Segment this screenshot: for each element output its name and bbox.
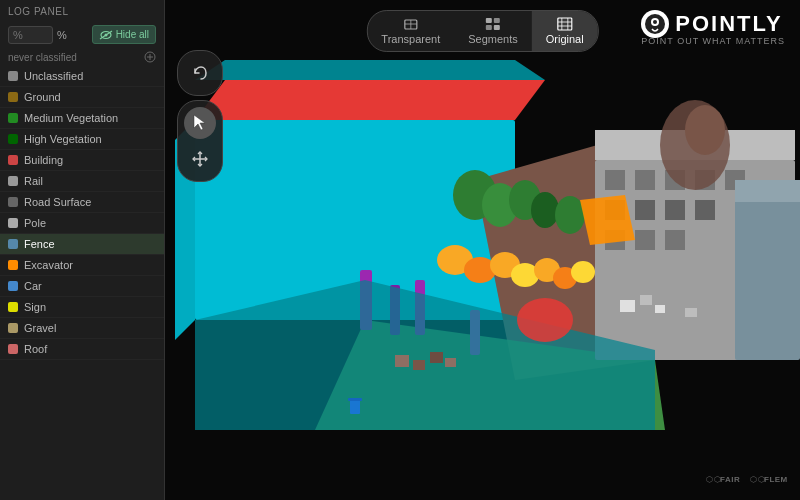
panel-controls: % Hide all xyxy=(0,21,164,48)
segments-view-button[interactable]: Segments xyxy=(454,11,532,51)
category-color-high-veg xyxy=(8,134,18,144)
opacity-input[interactable] xyxy=(8,26,53,44)
cursor-icon xyxy=(192,114,208,132)
category-item-road-surface[interactable]: Road Surface xyxy=(0,192,164,213)
svg-rect-57 xyxy=(445,358,456,367)
navigation-tools xyxy=(177,50,223,96)
logo-icon xyxy=(641,10,669,38)
svg-rect-47 xyxy=(620,300,635,312)
partner-logos: ⬡⬡ FAIR ⬡⬡ FLEM xyxy=(706,470,790,490)
category-list: UnclassifiedGroundMedium VegetationHigh … xyxy=(0,66,164,500)
category-color-excavator xyxy=(8,260,18,270)
svg-point-37 xyxy=(571,261,595,283)
undo-button[interactable] xyxy=(184,57,216,89)
segments-icon xyxy=(485,17,501,31)
filter-row: never classified xyxy=(0,48,164,66)
category-color-pole xyxy=(8,218,18,228)
svg-rect-49 xyxy=(655,305,665,313)
svg-text:⬡⬡: ⬡⬡ xyxy=(750,475,765,484)
category-item-fence[interactable]: Fence xyxy=(0,234,164,255)
svg-rect-66 xyxy=(486,25,492,30)
filter-label: never classified xyxy=(8,52,140,63)
filter-icon xyxy=(144,51,156,63)
svg-rect-65 xyxy=(494,18,500,23)
category-color-building xyxy=(8,155,18,165)
category-name-ground: Ground xyxy=(24,91,156,103)
transparent-icon xyxy=(403,17,419,31)
svg-rect-48 xyxy=(640,295,652,305)
category-name-gravel: Gravel xyxy=(24,322,156,334)
svg-point-29 xyxy=(531,192,559,228)
select-button[interactable] xyxy=(184,107,216,139)
svg-point-46 xyxy=(685,105,725,155)
move-button[interactable] xyxy=(184,143,216,175)
category-color-ground xyxy=(8,92,18,102)
svg-point-78 xyxy=(653,20,657,24)
hide-all-label: Hide all xyxy=(116,29,149,40)
original-view-button[interactable]: Original xyxy=(532,11,598,51)
category-color-car xyxy=(8,281,18,291)
category-color-road-surface xyxy=(8,197,18,207)
svg-rect-60 xyxy=(735,180,800,202)
svg-text:⬡⬡: ⬡⬡ xyxy=(706,475,721,484)
logo-name: POINTLY xyxy=(675,11,782,37)
svg-rect-51 xyxy=(685,308,697,317)
category-item-excavator[interactable]: Excavator xyxy=(0,255,164,276)
category-color-rail xyxy=(8,176,18,186)
category-item-medium-veg[interactable]: Medium Vegetation xyxy=(0,108,164,129)
category-item-unclassified[interactable]: Unclassified xyxy=(0,66,164,87)
category-name-roof: Roof xyxy=(24,343,156,355)
hide-all-button[interactable]: Hide all xyxy=(92,25,156,44)
category-name-unclassified: Unclassified xyxy=(24,70,156,82)
move-icon xyxy=(191,150,209,168)
category-item-sign[interactable]: Sign xyxy=(0,297,164,318)
svg-rect-53 xyxy=(348,398,362,401)
category-name-sign: Sign xyxy=(24,301,156,313)
category-name-road-surface: Road Surface xyxy=(24,196,156,208)
svg-text:FAIR: FAIR xyxy=(720,475,740,484)
logo: POINTLY POINT OUT WHAT MATTERS xyxy=(641,10,785,46)
svg-rect-52 xyxy=(350,400,360,414)
selection-tools xyxy=(177,100,223,182)
svg-point-44 xyxy=(517,298,573,342)
pct-label: % xyxy=(57,29,67,41)
category-name-rail: Rail xyxy=(24,175,156,187)
category-name-pole: Pole xyxy=(24,217,156,229)
category-color-medium-veg xyxy=(8,113,18,123)
category-color-roof xyxy=(8,344,18,354)
partner-flem: ⬡⬡ FLEM xyxy=(750,470,790,490)
svg-rect-22 xyxy=(695,200,715,220)
category-item-pole[interactable]: Pole xyxy=(0,213,164,234)
category-item-high-veg[interactable]: High Vegetation xyxy=(0,129,164,150)
svg-rect-55 xyxy=(413,360,425,370)
category-color-fence xyxy=(8,239,18,249)
scene-visualization xyxy=(165,0,800,500)
segments-label: Segments xyxy=(468,33,518,45)
category-item-roof[interactable]: Roof xyxy=(0,339,164,360)
category-item-gravel[interactable]: Gravel xyxy=(0,318,164,339)
transparent-label: Transparent xyxy=(381,33,440,45)
category-name-high-veg: High Vegetation xyxy=(24,133,156,145)
category-item-car[interactable]: Car xyxy=(0,276,164,297)
transparent-view-button[interactable]: Transparent xyxy=(367,11,454,51)
category-color-unclassified xyxy=(8,71,18,81)
category-item-building[interactable]: Building xyxy=(0,150,164,171)
main-viewport: Transparent Segments Original xyxy=(165,0,800,500)
left-panel: LOG PANEL % Hide all never classified Un… xyxy=(0,0,165,500)
svg-rect-50 xyxy=(670,298,684,309)
category-color-sign xyxy=(8,302,18,312)
category-color-gravel xyxy=(8,323,18,333)
svg-line-2 xyxy=(100,31,112,39)
svg-rect-15 xyxy=(635,170,655,190)
category-name-excavator: Excavator xyxy=(24,259,156,271)
svg-rect-67 xyxy=(494,25,500,30)
category-item-ground[interactable]: Ground xyxy=(0,87,164,108)
logo-tagline: POINT OUT WHAT MATTERS xyxy=(641,36,785,46)
svg-text:FLEM: FLEM xyxy=(764,475,788,484)
category-item-rail[interactable]: Rail xyxy=(0,171,164,192)
svg-rect-24 xyxy=(635,230,655,250)
logo-text: POINTLY xyxy=(641,10,785,38)
svg-marker-8 xyxy=(195,80,545,120)
category-name-fence: Fence xyxy=(24,238,156,250)
category-name-building: Building xyxy=(24,154,156,166)
